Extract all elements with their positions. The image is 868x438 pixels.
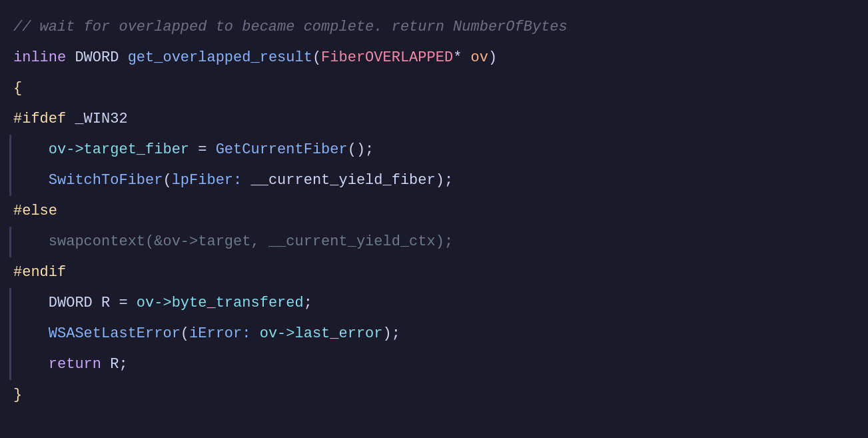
indent-10 — [13, 288, 49, 319]
code-line-5: ov->target_fiber = GetCurrentFiber(); — [0, 135, 868, 165]
ov-target-fiber: ov->target_fiber — [49, 135, 189, 165]
paren-open-8: ( — [145, 227, 154, 257]
paren-open-11: ( — [181, 319, 189, 349]
keyword-return: return — [49, 349, 110, 380]
macro-else: #else — [13, 196, 57, 227]
lpfiber-label: lpFiber: — [172, 165, 251, 196]
code-line-6: SwitchToFiber(lpFiber: __current_yield_f… — [0, 165, 868, 196]
getcurrentfiber-call: GetCurrentFiber — [216, 135, 348, 165]
close-brace: } — [13, 380, 22, 411]
code-line-9: #endif — [0, 257, 868, 288]
type-fiber: FiberOVERLAPPED — [321, 43, 453, 73]
semi-10: ; — [304, 288, 312, 319]
swapcontext-call: swapcontext — [49, 227, 145, 257]
switchtofiber-call: SwitchToFiber — [49, 165, 163, 196]
paren-close-8: ); — [436, 227, 453, 257]
open-brace: { — [13, 73, 22, 104]
paren-close-6: ); — [436, 165, 453, 196]
keyword-inline: inline — [13, 43, 75, 73]
indent-6 — [13, 165, 49, 196]
type-dword: DWORD — [75, 43, 127, 73]
macro-endif: #endif — [13, 257, 66, 288]
indent-5 — [13, 135, 49, 165]
param-ov: ov — [471, 43, 488, 73]
current-yield-fiber: __current_yield_fiber — [250, 165, 435, 196]
ierror-label: iError: — [189, 319, 260, 349]
code-editor: // wait for overlapped to became complet… — [0, 0, 868, 438]
call-parens-5: (); — [348, 135, 374, 165]
indent-12 — [13, 349, 49, 380]
wsasetlasterror-call: WSASetLastError — [49, 319, 181, 349]
var-r: R — [101, 288, 110, 319]
paren-close: ) — [488, 43, 497, 73]
code-line-11: WSASetLastError(iError: ov->last_error); — [0, 319, 868, 349]
paren-open-6: ( — [163, 165, 171, 196]
code-line-4: #ifdef _WIN32 — [0, 104, 868, 135]
comment-text-1: // wait for overlapped to became complet… — [13, 12, 568, 43]
star: * — [453, 43, 470, 73]
paren-close-11: ); — [383, 319, 400, 349]
assign-10: = — [110, 288, 137, 319]
ov-byte-transfered: ov->byte_transfered — [137, 288, 304, 319]
indent-8 — [13, 227, 49, 257]
code-line-8: swapcontext(&ov->target, __current_yield… — [0, 227, 868, 257]
code-line-3: { — [0, 73, 868, 104]
return-r: R — [110, 349, 119, 380]
type-dword-10: DWORD — [49, 288, 101, 319]
code-line-10: DWORD R = ov->byte_transfered; — [0, 288, 868, 319]
assign-5: = — [189, 135, 216, 165]
code-line-12: return R; — [0, 349, 868, 380]
paren-open: ( — [312, 43, 321, 73]
macro-ifdef: #ifdef — [13, 104, 75, 135]
swapcontext-args: &ov->target, __current_yield_ctx — [154, 227, 435, 257]
indent-11 — [13, 319, 49, 349]
code-line-1: // wait for overlapped to became complet… — [0, 12, 868, 43]
semi-12: ; — [119, 349, 127, 380]
macro-win32: _WIN32 — [75, 104, 127, 135]
func-name: get_overlapped_result — [128, 43, 312, 73]
ov-last-error: ov->last_error — [260, 319, 383, 349]
code-line-13: } — [0, 380, 868, 411]
code-line-7: #else — [0, 196, 868, 227]
code-line-2: inline DWORD get_overlapped_result(Fiber… — [0, 43, 868, 73]
